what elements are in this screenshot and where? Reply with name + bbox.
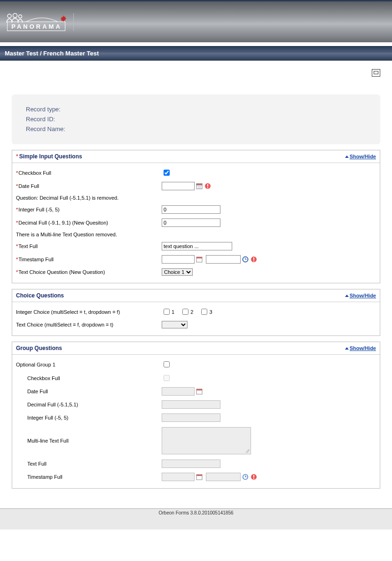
svg-point-0 <box>8 14 11 18</box>
optgroup-label: Optional Group 1 <box>16 362 162 367</box>
app-banner: PANORAMA <box>0 0 392 42</box>
g-date-input <box>162 387 195 396</box>
footer: Orbeon Forms 3.8.0.201005141856 <box>0 508 392 530</box>
g-checkbox-label: Checkbox Full <box>27 375 162 381</box>
svg-rect-4 <box>196 184 202 185</box>
optgroup-checkbox[interactable] <box>164 361 170 367</box>
integer-full-label: *Integer Full (-5, 5) <box>16 207 162 212</box>
calendar-icon <box>196 473 203 481</box>
record-name-label: Record Name: <box>26 125 366 134</box>
chevron-up-icon <box>345 295 349 297</box>
record-type-label: Record type: <box>26 105 366 115</box>
error-icon <box>250 473 258 481</box>
g-text-label: Text Full <box>27 461 162 467</box>
svg-rect-17 <box>253 257 254 260</box>
svg-rect-20 <box>196 389 202 390</box>
section-group: Group Questions Show/Hide Optional Group… <box>12 342 380 489</box>
breadcrumb: Master Test / French Master Test <box>0 46 392 61</box>
g-timestamp-label: Timestamp Full <box>27 474 162 480</box>
svg-point-1 <box>13 13 17 17</box>
g-multiline-label: Multi-line Text Full <box>27 438 162 444</box>
svg-rect-11 <box>196 257 202 258</box>
removed-multiline-msg: There is a Multi-line Text Question remo… <box>16 229 376 240</box>
calendar-icon[interactable] <box>196 182 203 190</box>
g-timestamp-time <box>206 473 241 481</box>
g-decimal-input <box>162 400 220 409</box>
decimal-full-input[interactable] <box>162 218 220 227</box>
g-integer-input <box>162 413 220 422</box>
decimal-full-label: *Decimal Full (-9.1, 9.1) (New Quesiton) <box>16 220 162 226</box>
showhide-choice[interactable]: Show/Hide <box>345 293 376 298</box>
section-choice-title: Choice Questions <box>16 292 64 299</box>
timestamp-full-label: *Timestamp Full <box>16 257 162 262</box>
record-info-panel: Record type: Record ID: Record Name: <box>12 94 380 144</box>
svg-rect-8 <box>207 184 208 187</box>
chevron-up-icon <box>345 156 349 158</box>
calendar-icon <box>196 388 203 395</box>
showhide-group[interactable]: Show/Hide <box>345 345 376 351</box>
intchoice-3[interactable] <box>201 309 207 315</box>
record-id-label: Record ID: <box>26 115 366 125</box>
calendar-icon[interactable] <box>196 256 203 263</box>
textchoice-label: *Text Choice Question (New Question) <box>16 269 162 275</box>
integer-full-input[interactable] <box>162 205 220 214</box>
timestamp-date-input[interactable] <box>162 255 195 264</box>
svg-rect-29 <box>253 478 254 479</box>
clock-icon <box>242 473 249 481</box>
g-timestamp-date <box>162 473 195 481</box>
svg-rect-22 <box>196 475 202 476</box>
error-icon <box>250 256 258 263</box>
logo-text: PANORAMA <box>7 22 65 31</box>
timestamp-time-input[interactable] <box>206 255 241 264</box>
textchoice-select[interactable]: Choice 1 <box>162 268 193 276</box>
svg-rect-18 <box>253 261 254 262</box>
showhide-simple[interactable]: Show/Hide <box>345 154 376 159</box>
g-text-input <box>162 460 220 468</box>
section-group-title: Group Questions <box>16 345 62 351</box>
intchoice-2[interactable] <box>182 309 188 315</box>
text-full-input[interactable] <box>162 242 232 250</box>
svg-point-2 <box>19 15 22 18</box>
checkbox-full[interactable] <box>164 170 170 176</box>
print-icon[interactable] <box>372 69 380 77</box>
date-full-label: *Date Full <box>16 183 162 189</box>
g-checkbox <box>164 375 170 381</box>
error-icon <box>204 182 212 190</box>
g-date-label: Date Full <box>27 389 162 394</box>
section-simple-title: *Simple Input Questions <box>16 153 82 160</box>
section-choice: Choice Questions Show/Hide Integer Choic… <box>12 289 380 336</box>
g-multiline-input <box>162 427 251 454</box>
svg-rect-9 <box>207 187 208 188</box>
g-integer-label: Integer Full (-5, 5) <box>27 415 162 421</box>
clock-icon[interactable] <box>242 256 249 263</box>
text-full-label: *Text Full <box>16 243 162 249</box>
logo: PANORAMA <box>5 13 74 31</box>
date-full-input[interactable] <box>162 182 195 190</box>
textchoice2-label: Text Choice (multiSelect = f, dropdown =… <box>16 322 162 327</box>
textchoice2-select[interactable] <box>162 321 188 328</box>
intchoice-label: Integer Choice (multiSelect = t, dropdow… <box>16 309 162 315</box>
section-simple: *Simple Input Questions Show/Hide *Check… <box>12 150 380 283</box>
chevron-up-icon <box>345 347 349 350</box>
intchoice-1[interactable] <box>164 309 170 315</box>
g-decimal-label: Decimal Full (-5.1,5.1) <box>27 402 162 407</box>
removed-decimal-msg: Question: Decimal Full (-5.1,5.1) is rem… <box>16 193 376 203</box>
svg-rect-28 <box>253 475 254 477</box>
checkbox-full-label: *Checkbox Full <box>16 170 162 176</box>
